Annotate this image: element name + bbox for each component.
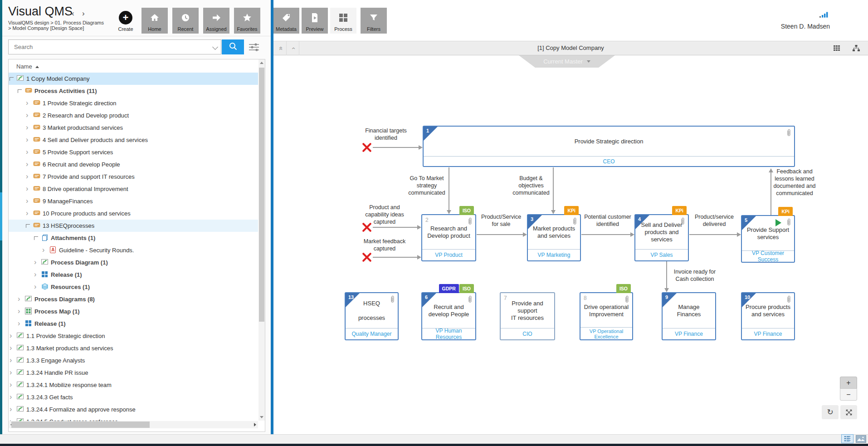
tree-collapse-icon[interactable] xyxy=(18,89,22,93)
tree-expand-icon[interactable]: › xyxy=(34,282,36,291)
tree-row[interactable]: ›AGuideline - Security Rounds. xyxy=(9,244,258,256)
tree-row[interactable]: ›1.3.24.3 Get facts xyxy=(9,391,258,403)
tree-row[interactable]: 1 Copy Model Company xyxy=(9,73,258,85)
tree-row[interactable]: ›1.3.3 Engage Analysts xyxy=(9,354,258,367)
tree-vertical-scrollbar[interactable] xyxy=(258,59,265,421)
tree-row[interactable]: ›4 Sell and Deliver products and service… xyxy=(9,134,258,146)
arrowhead-icon xyxy=(417,225,421,230)
tree-expand-icon[interactable]: › xyxy=(34,258,36,267)
home-button[interactable]: Home xyxy=(141,8,168,34)
user-name[interactable]: Steen D. Madsen xyxy=(721,23,830,30)
grid-view-icon[interactable] xyxy=(833,44,840,54)
create-button[interactable]: + Create xyxy=(112,8,139,34)
fit-to-screen-button[interactable] xyxy=(840,405,857,419)
tree-expand-icon[interactable]: › xyxy=(10,356,12,365)
process-box-6[interactable]: 6GDPRISORecruit and develop PeopleVP Hum… xyxy=(421,292,476,340)
tree-row[interactable]: ›Process Diagram (1) xyxy=(9,256,258,269)
metadata-button[interactable]: Metadata xyxy=(273,8,299,34)
tree-row[interactable]: ›1 Provide Strategic direction xyxy=(9,97,258,109)
star-icon xyxy=(241,8,253,26)
tree-expand-icon[interactable]: › xyxy=(26,209,28,218)
thumbnail-view-toggle-icon[interactable] xyxy=(856,435,866,443)
tree-row[interactable]: 13 HSEQprocesses xyxy=(9,220,258,232)
tree-row[interactable]: ›Process Diagrams (8) xyxy=(9,293,258,305)
tree-row[interactable]: ›7 Provide and support IT resources xyxy=(9,171,258,183)
favorites-button[interactable]: Favorites xyxy=(234,8,260,34)
process-box-7[interactable]: 7Provide and support IT resourcesCIO xyxy=(500,292,555,340)
tree-expand-icon[interactable]: › xyxy=(10,331,12,340)
scroll-down-icon[interactable] xyxy=(260,416,263,418)
search-input[interactable] xyxy=(8,39,221,54)
tree-row[interactable]: ›3 Market productsand services xyxy=(9,122,258,134)
tree-row[interactable]: ›2 Research and Develop product xyxy=(9,109,258,122)
scroll-up-icon[interactable] xyxy=(260,62,263,64)
tree-expand-icon[interactable]: › xyxy=(10,343,12,353)
process-box-13[interactable]: 13HSEQ processesQuality Manager xyxy=(345,292,399,340)
tree-collapse-icon[interactable] xyxy=(10,77,14,81)
tree-horizontal-scrollbar[interactable] xyxy=(9,421,258,428)
process-box-1[interactable]: 1Provide Strategic directionCEO xyxy=(423,126,795,167)
tree-row[interactable]: ›Process Map (1) xyxy=(9,305,258,318)
tree-row-label: 4 Sell and Deliver products and services xyxy=(43,137,148,143)
tree-expand-icon[interactable]: › xyxy=(10,368,12,377)
process-button[interactable]: Process xyxy=(330,8,356,34)
filters-button[interactable]: Filters xyxy=(361,8,387,34)
search-button[interactable] xyxy=(222,39,244,54)
tree-row[interactable]: ›8 Drive operational Improvement xyxy=(9,183,258,195)
tree-row[interactable]: ›Resources (1) xyxy=(9,281,258,293)
tree-row[interactable]: ›Release (1) xyxy=(9,269,258,281)
process-box-9[interactable]: 9Manage FinancesVP Finance xyxy=(662,292,716,340)
tree-row[interactable]: ›1.3.24.1 Mobilize response team xyxy=(9,379,258,391)
tree-expand-icon[interactable]: › xyxy=(18,319,20,328)
process-box-10[interactable]: 10Procure products and servicesVP Financ… xyxy=(741,292,795,340)
zoom-in-button[interactable]: + xyxy=(840,377,857,389)
recent-button[interactable]: Recent xyxy=(172,8,199,34)
tree-expand-icon[interactable]: › xyxy=(26,172,28,181)
tree-expand-icon[interactable]: › xyxy=(26,147,28,157)
hierarchy-view-icon[interactable] xyxy=(852,44,860,54)
tree-row[interactable]: Process Activities (11) xyxy=(9,85,258,97)
process-owner: Quality Manager xyxy=(346,328,398,339)
tree-collapse-icon[interactable] xyxy=(26,224,30,228)
resources-icon xyxy=(41,283,49,290)
tree-expand-icon[interactable]: › xyxy=(26,160,28,169)
tree-expand-icon[interactable]: › xyxy=(26,123,28,132)
tree-row[interactable]: ›1.3.24 Handle PR issue xyxy=(9,367,258,379)
tree-row[interactable]: ›1.3.24.4 Formalize and approve response xyxy=(9,403,258,416)
tree-collapse-icon[interactable] xyxy=(34,236,38,240)
refresh-button[interactable]: ↻ xyxy=(822,405,839,419)
tree-expand-icon[interactable]: › xyxy=(26,111,28,120)
nav-forward-icon[interactable]: › xyxy=(82,9,85,18)
scrollbar-thumb[interactable] xyxy=(11,421,150,428)
tree-expand-icon[interactable]: › xyxy=(18,307,20,316)
tree-expand-icon[interactable]: › xyxy=(26,184,28,193)
search-filters-icon[interactable] xyxy=(248,41,260,55)
assigned-button[interactable]: Assigned xyxy=(203,8,229,34)
nav-back-icon[interactable]: ‹ xyxy=(72,9,74,18)
tree-expand-icon[interactable]: › xyxy=(26,196,28,206)
process-box-8[interactable]: 8ISODrive operational ImprovementVP Oper… xyxy=(580,292,633,340)
tree-expand-icon[interactable]: › xyxy=(10,392,12,402)
tree-expand-icon[interactable]: › xyxy=(34,270,36,279)
tree-expand-icon[interactable]: › xyxy=(26,135,28,144)
scroll-right-icon[interactable] xyxy=(254,423,256,426)
tree-expand-icon[interactable]: › xyxy=(10,380,12,389)
tree-expand-icon[interactable]: › xyxy=(18,294,20,304)
tree-expand-icon[interactable]: › xyxy=(10,405,12,414)
zoom-out-button[interactable]: − xyxy=(840,388,857,401)
tree-column-header[interactable]: Name xyxy=(16,63,32,70)
tree-row[interactable]: ›6 Recruit and develop People xyxy=(9,158,258,171)
preview-button[interactable]: Preview xyxy=(302,8,328,34)
version-selector[interactable]: Current Master xyxy=(519,55,615,68)
tree-row[interactable]: ›1.3 Market products and services xyxy=(9,342,258,354)
scrollbar-thumb[interactable] xyxy=(259,68,264,322)
list-view-toggle-icon[interactable] xyxy=(841,434,853,443)
tree-row[interactable]: ›9 ManageFinances xyxy=(9,195,258,207)
tree-row[interactable]: ›10 Procure products and services xyxy=(9,207,258,220)
tree-row[interactable]: ›1.1 Provide Strategic direction xyxy=(9,330,258,342)
tree-row[interactable]: ›Release (1) xyxy=(9,318,258,330)
tree-row[interactable]: ›5 Provide Support services xyxy=(9,146,258,158)
tree-row[interactable]: Attachments (1) xyxy=(9,232,258,244)
tree-expand-icon[interactable]: › xyxy=(42,245,44,255)
tree-expand-icon[interactable]: › xyxy=(26,98,28,108)
